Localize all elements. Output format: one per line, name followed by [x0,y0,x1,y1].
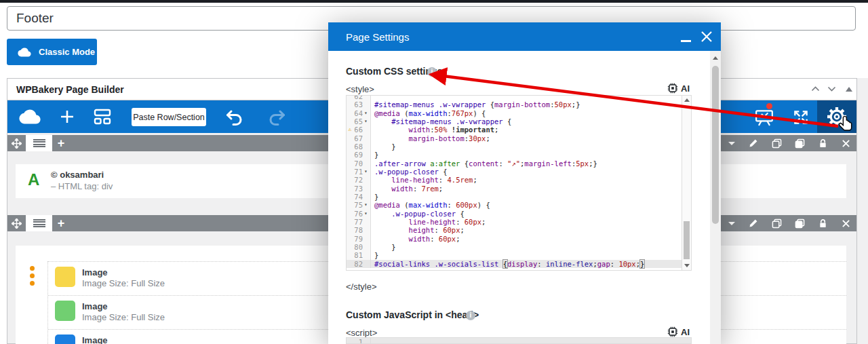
ai-generate-css-button[interactable]: AI [667,83,690,94]
info-icon[interactable]: i [466,311,475,320]
image-thumbnail [55,267,75,287]
code-text: @media (max-width: 600px) { [371,201,490,209]
row-lock-button[interactable] [816,215,829,231]
code-line: 74} [347,193,682,201]
row-toggle-button[interactable] [26,215,52,231]
scroll-up-arrow-icon[interactable] [713,56,718,60]
element-subtitle: – HTML tag: div [51,181,113,191]
row-copy-button[interactable] [793,135,806,151]
metabox-move-down-button[interactable] [825,84,837,94]
line-number: 68 [353,142,364,151]
frontend-editor-button[interactable] [754,107,774,128]
code-text: .w-popup-closer { [371,168,447,176]
code-text: .after-arrow a:after {content: "↗";margi… [371,159,597,168]
row-more-dropdown[interactable] [726,135,737,151]
minimize-button[interactable] [681,40,691,42]
plus-icon: + [58,137,65,149]
paste-row-section-button[interactable]: Paste Row/Section [132,108,206,126]
fold-arrow-icon[interactable]: ▾ [364,201,370,209]
code-line: 72 line-height: 4.5rem; [347,176,682,184]
row-toggle-button[interactable] [26,135,52,151]
wpbakery-logo-button[interactable] [18,108,42,126]
column-drag-handle[interactable] [30,266,35,288]
close-button[interactable] [700,30,713,43]
row-more-dropdown[interactable] [726,215,737,231]
ai-generate-js-button[interactable]: AI [667,326,690,337]
panel-title: WPBakery Page Builder [16,84,124,95]
classic-mode-button[interactable]: Classic Mode [7,39,97,65]
modal-scrollbar[interactable] [710,51,721,344]
code-line: 73 width: 7rem; [347,185,682,193]
row-clone-button[interactable] [770,215,783,231]
scrollbar-thumb[interactable] [712,66,719,224]
css-editor-lines: 6263#sitemap-menus .w-vwrapper {margin-b… [347,95,682,268]
info-icon[interactable]: i [427,67,437,77]
code-text: .w-popup-closer { [371,210,465,218]
fold-arrow-icon[interactable]: ▾ [364,109,370,117]
line-number: 78 [353,226,364,234]
code-line: 79 width: 60px; [347,235,682,243]
line-number: 64 [353,109,364,117]
add-element-button[interactable] [59,109,75,125]
code-line: 78 height: 60px; [347,226,682,234]
templates-button[interactable] [93,109,112,125]
code-text: } [371,142,396,151]
caret-down-icon [728,142,735,145]
row-delete-button[interactable] [839,135,852,151]
x-icon [842,219,850,228]
code-line: 65▾ #sitemap-menus .w-vwrapper { [347,117,682,126]
row-edit-button[interactable] [747,215,760,231]
scroll-down-arrow-icon[interactable] [684,264,690,267]
metabox-move-up-button[interactable] [809,84,821,94]
row-delete-button[interactable] [839,215,852,231]
row-drag-handle[interactable] [7,135,26,151]
code-line: 67 margin-bottom:30px; [347,134,682,142]
row-clone-button[interactable] [770,135,783,151]
line-number: 74 [353,193,364,201]
fold-arrow-icon[interactable]: ▾ [364,168,370,176]
undo-icon [224,108,243,127]
code-line: 68 } [347,142,682,151]
classic-mode-label: Classic Mode [39,47,95,57]
plus-icon: + [58,217,65,229]
fold-arrow-icon[interactable]: ▾ [364,210,370,218]
code-text: width: 60px; [371,235,460,243]
admin-bar [0,0,868,3]
lock-icon [818,138,827,149]
ai-chip-icon [667,83,678,94]
code-line: 62 [347,95,682,100]
row-add-element-button[interactable]: + [52,135,70,151]
row-copy-button[interactable] [793,215,806,231]
element-title: © oksambari [51,170,104,180]
notification-dot [766,103,772,109]
fullscreen-button[interactable] [791,108,810,127]
fold-arrow-icon[interactable]: ▾ [364,117,370,126]
code-text: #sitemap-menus .w-vwrapper {margin-botto… [371,100,580,109]
image-item-title: Image [82,301,108,311]
image-item-title: Image [82,335,108,344]
row-drag-handle[interactable] [7,215,26,231]
metabox-toggle-button[interactable] [843,84,855,94]
redo-button[interactable] [267,107,288,128]
line-number: 71 [353,168,364,176]
scroll-up-arrow-icon[interactable] [684,98,690,102]
editor-scrollbar[interactable] [682,96,691,270]
code-text: width: 7rem; [371,185,443,193]
css-code-editor[interactable]: 6263#sitemap-menus .w-vwrapper {margin-b… [346,95,692,271]
code-text: margin-bottom:30px; [371,134,490,142]
undo-button[interactable] [224,107,244,128]
code-line: 76▾ .w-popup-closer { [347,210,682,218]
row-add-element-button[interactable]: + [52,215,70,231]
ai-label: AI [681,83,690,94]
expand-arrows-icon [792,109,810,126]
row-edit-button[interactable] [747,135,760,151]
js-code-editor[interactable]: 1 [346,337,692,344]
code-line: 63#sitemap-menus .w-vwrapper {margin-bot… [347,100,682,109]
triangle-up-icon [846,87,852,92]
scrollbar-thumb[interactable] [684,221,690,259]
row-lock-button[interactable] [816,135,829,151]
code-line: 81} [347,251,682,259]
line-number: 62 [353,95,364,100]
line-number: 69 [353,151,364,159]
code-text: height: 60px; [371,226,465,234]
